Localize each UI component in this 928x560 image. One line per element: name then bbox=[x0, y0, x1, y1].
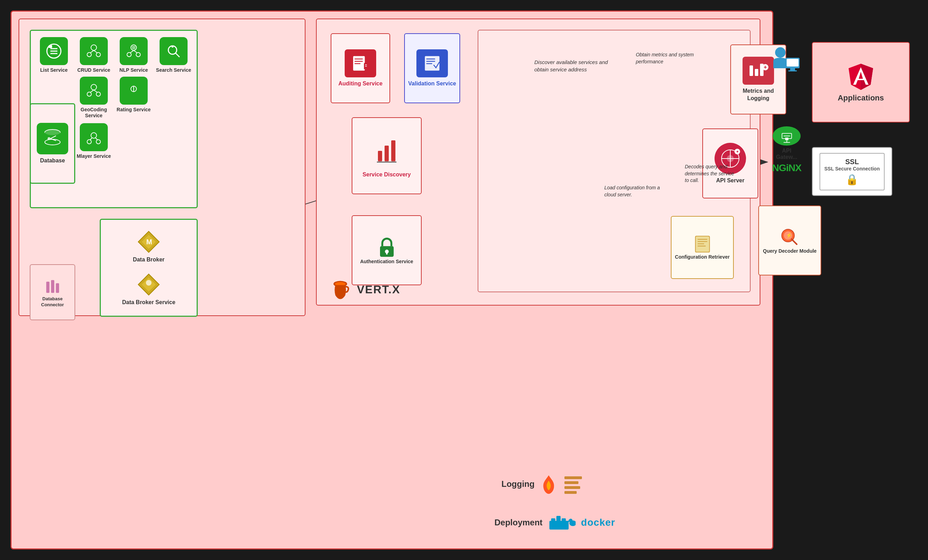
search-service-item: Search Service bbox=[156, 37, 192, 73]
database-icon bbox=[37, 123, 68, 154]
discover-text: Discover available services and obtain s… bbox=[534, 59, 608, 72]
svg-rect-99 bbox=[391, 140, 395, 161]
mlayer-service-item: Mlayer Service bbox=[76, 123, 112, 159]
data-broker-item: M Data Broker bbox=[133, 230, 165, 264]
svg-line-123 bbox=[569, 520, 569, 522]
user-icon-area bbox=[763, 42, 805, 84]
database-label: Database bbox=[40, 157, 65, 165]
vertx-label: VERT.X bbox=[357, 283, 400, 296]
svg-point-37 bbox=[171, 46, 174, 47]
svg-rect-63 bbox=[46, 281, 49, 293]
vertx-area: VERT.X bbox=[331, 278, 400, 301]
ssl-label: SSL bbox=[824, 158, 880, 166]
svg-point-53 bbox=[45, 130, 60, 135]
authentication-service-label: Authentication Service bbox=[360, 258, 413, 265]
svg-point-26 bbox=[96, 52, 101, 57]
svg-line-48 bbox=[90, 138, 92, 140]
geocoding-service-item: GeoCoding Service bbox=[76, 77, 112, 119]
list-service-label: List Service bbox=[40, 67, 68, 73]
api-gateway-icon bbox=[772, 127, 801, 146]
svg-text:M: M bbox=[146, 238, 152, 246]
logging-area: Logging bbox=[501, 473, 584, 494]
svg-point-54 bbox=[47, 137, 50, 140]
crud-service-label: CRUD Service bbox=[77, 67, 110, 73]
svg-line-42 bbox=[94, 90, 97, 92]
svg-point-40 bbox=[96, 92, 101, 96]
svg-rect-115 bbox=[565, 491, 577, 494]
svg-rect-109 bbox=[785, 137, 788, 140]
nlp-service-item: NLP Service bbox=[116, 37, 152, 73]
obtain-metrics-text: Obtain metrics and system performance bbox=[636, 52, 694, 64]
auditing-service-label: Auditing Service bbox=[338, 80, 383, 87]
svg-rect-127 bbox=[790, 68, 795, 70]
data-broker-icon: M bbox=[136, 230, 161, 254]
list-service-item: List Service bbox=[36, 37, 72, 73]
database-connector-box: Database Connector bbox=[30, 264, 75, 320]
svg-rect-23 bbox=[49, 45, 52, 48]
svg-rect-103 bbox=[386, 252, 388, 255]
svg-point-47 bbox=[96, 140, 101, 144]
svg-rect-119 bbox=[562, 518, 566, 523]
search-service-icon bbox=[160, 37, 188, 65]
outer-left-box: List Service CRUD Service NLP Service bbox=[18, 18, 305, 316]
ssl-box: SSL SSL Secure Connection 🔒 bbox=[812, 147, 892, 196]
svg-point-45 bbox=[91, 133, 96, 138]
validation-service-icon bbox=[417, 49, 448, 77]
database-box: Database bbox=[30, 103, 75, 184]
svg-rect-97 bbox=[378, 151, 382, 161]
load-config-text: Load configuration from a cloud server. bbox=[604, 185, 660, 197]
crud-service-icon bbox=[80, 37, 108, 65]
data-broker-service-icon bbox=[136, 272, 161, 297]
svg-rect-112 bbox=[565, 476, 582, 479]
authentication-service-box: Authentication Service bbox=[352, 215, 422, 285]
svg-rect-34 bbox=[132, 46, 136, 49]
service-discovery-icon bbox=[373, 133, 401, 168]
svg-line-28 bbox=[94, 50, 97, 53]
validation-service-box: Validation Service bbox=[404, 33, 460, 103]
svg-line-49 bbox=[96, 138, 98, 140]
obtain-metrics-annotation: Obtain metrics and system performance bbox=[636, 52, 699, 65]
center-microservices-box: Metrics and Logging ✦ API Server bbox=[316, 18, 760, 305]
list-service-icon bbox=[40, 37, 68, 65]
svg-rect-65 bbox=[56, 283, 59, 293]
svg-rect-113 bbox=[565, 481, 578, 484]
query-decoder-box: ⚡ Query Decoder Module bbox=[758, 206, 821, 275]
load-config-annotation: Load configuration from a cloud server. bbox=[604, 185, 660, 198]
deployment-label: Deployment bbox=[495, 518, 542, 528]
svg-rect-64 bbox=[51, 280, 54, 293]
svg-line-32 bbox=[130, 50, 134, 53]
docker-label: docker bbox=[581, 517, 615, 528]
rating-service-icon bbox=[120, 77, 148, 105]
crud-service-item: CRUD Service bbox=[76, 37, 112, 73]
query-decoder-label: Query Decoder Module bbox=[763, 248, 817, 254]
data-broker-service-label: Data Broker Service bbox=[122, 299, 175, 306]
metrics-label: Metrics and Logging bbox=[731, 87, 786, 102]
api-gateway-box: API Gatew... NGiNX bbox=[768, 127, 806, 172]
svg-rect-128 bbox=[788, 70, 797, 72]
svg-point-52 bbox=[45, 139, 60, 145]
svg-point-25 bbox=[87, 52, 91, 57]
svg-point-62 bbox=[146, 280, 151, 285]
svg-rect-117 bbox=[551, 518, 555, 523]
deployment-area: Deployment docker bbox=[495, 512, 615, 533]
svg-line-36 bbox=[176, 53, 180, 57]
svg-rect-67 bbox=[755, 69, 758, 76]
right-sub-box: Metrics and Logging ✦ API Server bbox=[478, 30, 751, 292]
data-broker-label: Data Broker bbox=[133, 256, 165, 264]
config-retriever-box: Configuration Retriever bbox=[671, 216, 734, 279]
svg-point-46 bbox=[87, 140, 91, 144]
svg-point-31 bbox=[136, 52, 140, 57]
data-broker-service-item: Data Broker Service bbox=[122, 272, 175, 306]
svg-text:⚡: ⚡ bbox=[786, 232, 792, 239]
applications-box: Applications bbox=[812, 42, 910, 122]
svg-rect-120 bbox=[556, 516, 560, 520]
svg-point-24 bbox=[91, 45, 96, 50]
database-connector-label: Database Connector bbox=[31, 296, 75, 308]
geocoding-service-icon bbox=[80, 77, 108, 105]
rating-service-item: Rating Service bbox=[116, 77, 152, 119]
mlayer-service-icon bbox=[80, 123, 108, 151]
svg-point-30 bbox=[127, 52, 131, 57]
svg-rect-66 bbox=[749, 66, 753, 76]
nginx-label: NGiNX bbox=[772, 162, 801, 174]
config-retriever-label: Configuration Retriever bbox=[675, 254, 730, 260]
